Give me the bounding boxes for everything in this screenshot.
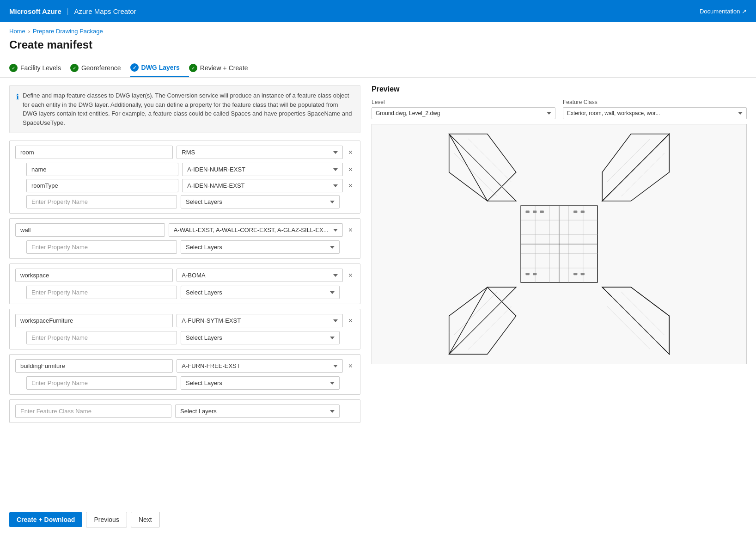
documentation-link[interactable]: Documentation ↗ xyxy=(700,8,747,15)
svg-rect-35 xyxy=(525,273,529,275)
empty-feature-class-name-input[interactable] xyxy=(15,404,171,418)
feature-class-layers-select-wall[interactable]: A-WALL-EXST, A-WALL-CORE-EXST, A-GLAZ-SI… xyxy=(169,223,343,237)
property-row-empty-wall: Select Layers xyxy=(15,240,354,254)
step-georeference[interactable]: ✓ Georeference xyxy=(70,59,130,77)
preview-feature-class-select[interactable]: Exterior, room, wall, workspace, wor... xyxy=(563,107,747,119)
brand-name: Microsoft Azure xyxy=(9,7,61,15)
info-box: ℹ Define and map feature classes to DWG … xyxy=(9,85,360,133)
remove-feature-class-wall[interactable]: × xyxy=(347,226,354,235)
preview-level-group: Level Ground.dwg, Level_2.dwg xyxy=(372,99,555,119)
step-review-create[interactable]: ✓ Review + Create xyxy=(189,59,257,77)
property-name-input-empty-wall[interactable] xyxy=(26,240,177,254)
step-check-dwg: ✓ xyxy=(130,63,139,72)
floor-plan-svg xyxy=(372,124,746,364)
feature-class-group-workspacefurniture: A-FURN-SYTM-EXST × Select Layers xyxy=(9,309,360,349)
property-row-name: A-IDEN-NUMR-EXST × xyxy=(15,163,354,176)
feature-class-group-workspace: A-BOMA × Select Layers xyxy=(9,263,360,304)
feature-class-group-buildingfurniture: A-FURN-FREE-EXST × Select Layers xyxy=(9,354,360,395)
svg-rect-40 xyxy=(581,273,585,275)
property-name-input-roomtype[interactable] xyxy=(26,179,178,192)
feature-class-name-input-workspace[interactable] xyxy=(15,269,173,282)
breadcrumb-home[interactable]: Home xyxy=(9,28,25,35)
header-separator: | xyxy=(67,7,69,15)
svg-rect-32 xyxy=(525,210,529,213)
svg-rect-37 xyxy=(573,210,577,213)
info-icon: ℹ xyxy=(16,92,19,127)
feature-class-group-wall: A-WALL-EXST, A-WALL-CORE-EXST, A-GLAZ-SI… xyxy=(9,218,360,259)
feature-class-name-input-workspacefurniture[interactable] xyxy=(15,314,173,327)
feature-class-layers-select-room[interactable]: RMS xyxy=(177,146,342,159)
svg-rect-36 xyxy=(533,273,537,275)
feature-class-group-room: RMS × A-IDEN-NUMR-EXST × A-IDEN-NAME-EXS… xyxy=(9,141,360,214)
step-label-facility: Facility Levels xyxy=(20,64,61,72)
property-name-input-empty-room[interactable] xyxy=(26,195,177,208)
remove-feature-class-room[interactable]: × xyxy=(347,148,354,157)
empty-feature-class-layers-select[interactable]: Select Layers xyxy=(175,404,340,418)
property-layers-select-empty-buildingfurniture[interactable]: Select Layers xyxy=(181,376,340,390)
remove-feature-class-buildingfurniture[interactable]: × xyxy=(347,361,354,371)
header: Microsoft Azure | Azure Maps Creator Doc… xyxy=(0,0,756,22)
feature-class-name-input-wall[interactable] xyxy=(15,223,165,237)
right-panel: Preview Level Ground.dwg, Level_2.dwg Fe… xyxy=(372,85,747,428)
step-dwg-layers[interactable]: ✓ DWG Layers xyxy=(130,59,189,77)
feature-class-main-row-wall: A-WALL-EXST, A-WALL-CORE-EXST, A-GLAZ-SI… xyxy=(15,223,354,237)
property-layers-select-empty-workspacefurniture[interactable]: Select Layers xyxy=(181,331,340,344)
property-name-input-empty-workspacefurniture[interactable] xyxy=(26,331,177,344)
breadcrumb-separator: › xyxy=(28,28,30,35)
preview-level-label: Level xyxy=(372,99,555,105)
svg-rect-39 xyxy=(573,273,577,275)
breadcrumb: Home › Prepare Drawing Package xyxy=(0,22,756,37)
preview-feature-class-group: Feature Class Exterior, room, wall, work… xyxy=(563,99,747,119)
feature-class-layers-select-workspace[interactable]: A-BOMA xyxy=(177,269,342,282)
property-row-empty-room: Select Layers xyxy=(15,195,354,208)
step-label-geo: Georeference xyxy=(81,64,121,72)
property-name-input-name[interactable] xyxy=(26,163,178,176)
property-row-empty-workspacefurniture: Select Layers xyxy=(15,331,354,344)
info-text: Define and map feature classes to DWG la… xyxy=(23,91,354,127)
step-check-review: ✓ xyxy=(189,64,197,72)
feature-class-layers-select-buildingfurniture[interactable]: A-FURN-FREE-EXST xyxy=(177,359,342,373)
property-layers-select-roomtype[interactable]: A-IDEN-NAME-EXST xyxy=(182,179,342,192)
feature-class-main-row-room: RMS × xyxy=(15,146,354,159)
app-name: Azure Maps Creator xyxy=(74,7,136,15)
feature-class-main-row-workspacefurniture: A-FURN-SYTM-EXST × xyxy=(15,314,354,327)
feature-class-layers-select-workspacefurniture[interactable]: A-FURN-SYTM-EXST xyxy=(177,314,342,327)
svg-rect-38 xyxy=(581,210,585,213)
remove-property-name[interactable]: × xyxy=(347,165,354,174)
property-name-input-empty-buildingfurniture[interactable] xyxy=(26,376,177,390)
preview-selects: Level Ground.dwg, Level_2.dwg Feature Cl… xyxy=(372,99,747,119)
step-label-dwg: DWG Layers xyxy=(141,64,180,71)
feature-class-name-input-room[interactable] xyxy=(15,146,173,159)
property-layers-select-name[interactable]: A-IDEN-NUMR-EXST xyxy=(182,163,342,176)
page-title: Create manifest xyxy=(0,37,756,59)
property-layers-select-empty-room[interactable]: Select Layers xyxy=(181,195,340,208)
property-layers-select-empty-workspace[interactable]: Select Layers xyxy=(181,286,340,299)
svg-rect-33 xyxy=(533,210,537,213)
preview-level-select[interactable]: Ground.dwg, Level_2.dwg xyxy=(372,107,555,119)
feature-class-main-row-workspace: A-BOMA × xyxy=(15,269,354,282)
property-row-empty-buildingfurniture: Select Layers xyxy=(15,376,354,390)
remove-property-roomtype[interactable]: × xyxy=(347,181,354,190)
property-layers-select-empty-wall[interactable]: Select Layers xyxy=(181,240,340,254)
property-name-input-empty-workspace[interactable] xyxy=(26,286,177,299)
step-label-review: Review + Create xyxy=(200,64,248,72)
feature-class-name-input-buildingfurniture[interactable] xyxy=(15,359,173,373)
step-check-geo: ✓ xyxy=(70,64,79,72)
steps-bar: ✓ Facility Levels ✓ Georeference ✓ DWG L… xyxy=(0,59,756,78)
property-row-empty-workspace: Select Layers xyxy=(15,286,354,299)
map-preview xyxy=(372,124,747,364)
remove-feature-class-workspacefurniture[interactable]: × xyxy=(347,316,354,325)
empty-feature-class-row: Select Layers xyxy=(9,399,360,423)
breadcrumb-current[interactable]: Prepare Drawing Package xyxy=(33,28,103,35)
property-row-roomtype: A-IDEN-NAME-EXST × xyxy=(15,179,354,192)
feature-class-main-row-buildingfurniture: A-FURN-FREE-EXST × xyxy=(15,359,354,373)
svg-rect-34 xyxy=(540,210,544,213)
step-check-facility: ✓ xyxy=(9,64,18,72)
step-facility-levels[interactable]: ✓ Facility Levels xyxy=(9,59,70,77)
remove-feature-class-workspace[interactable]: × xyxy=(347,271,354,280)
preview-feature-class-label: Feature Class xyxy=(563,99,747,105)
left-panel: ℹ Define and map feature classes to DWG … xyxy=(9,85,360,428)
preview-title: Preview xyxy=(372,85,747,93)
